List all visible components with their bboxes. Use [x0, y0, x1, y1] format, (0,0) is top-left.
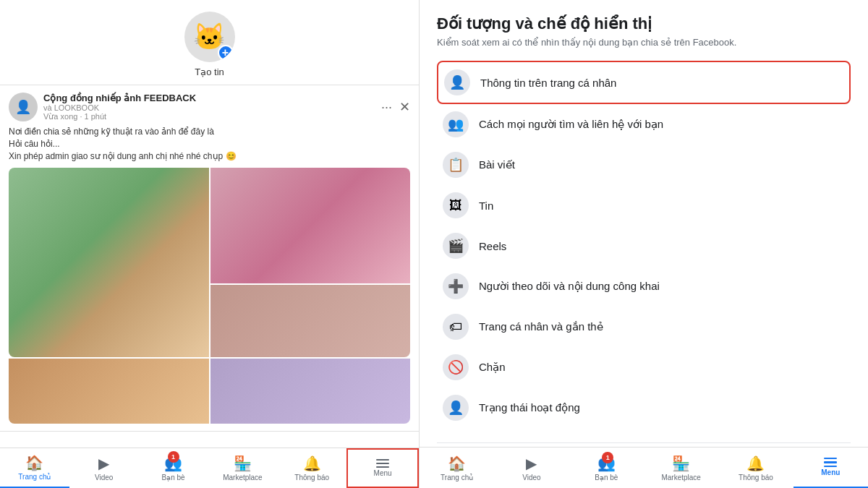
post-header: 👤 Cộng đồng nhiếp ảnh FEEDBACK và LOOKBO…: [9, 93, 410, 121]
post-more-button[interactable]: ···: [381, 100, 392, 115]
block-icon: 🚫: [443, 354, 469, 380]
right-nav-row: 🏠 Trang chủ ▶ Video 1 👥 Bạn bè 🏪 Marketp…: [420, 448, 868, 488]
home-icon: 🏠: [25, 454, 43, 471]
add-story-button[interactable]: +: [218, 45, 234, 61]
post-image-4: [9, 359, 209, 424]
menu-item-stories[interactable]: 🖼 Tin: [437, 185, 851, 226]
post-image-5: [210, 359, 411, 424]
friends-label: Bạn bè: [162, 474, 185, 481]
section-desc: Kiểm soát xem ai có thể nhìn thấy nội du…: [437, 36, 851, 49]
find-contact-icon: 👥: [443, 111, 469, 137]
right-bottom-nav: 🏠 Trang chủ ▶ Video 1 👥 Bạn bè 🏪 Marketp…: [420, 447, 868, 488]
menu-item-activity[interactable]: 👤 Trạng thái hoạt động: [437, 388, 851, 428]
video-label: Video: [95, 474, 113, 481]
right-marketplace-icon: 🏪: [672, 455, 690, 472]
right-menu-line-3: [824, 466, 837, 468]
post-card: 👤 Cộng đồng nhiếp ảnh FEEDBACK và LOOKBO…: [0, 85, 419, 432]
stories-label: Tin: [479, 200, 493, 212]
privacy-menu-list: 👤 Thông tin trên trang cá nhân 👥 Cách mọ…: [437, 61, 851, 428]
menu-item-profile-tag[interactable]: 🏷 Trang cá nhân và gắn thẻ: [437, 307, 851, 347]
post-sub-name: và LOOKBOOK: [43, 103, 196, 112]
video-icon: ▶: [98, 455, 109, 472]
marketplace-icon: 🏪: [234, 455, 252, 472]
right-nav-marketplace[interactable]: 🏪 Marketplace: [644, 448, 718, 488]
right-video-label: Video: [522, 474, 540, 481]
activity-label: Trạng thái hoạt động: [479, 401, 580, 414]
right-friends-badge: 1: [602, 452, 613, 463]
right-video-icon: ▶: [526, 455, 537, 472]
section-divider: [437, 442, 851, 443]
right-content: Đối tượng và chế độ hiển thị Kiểm soát x…: [420, 0, 868, 447]
post-image-3: [210, 285, 411, 357]
right-marketplace-label: Marketplace: [661, 474, 700, 481]
post-header-left: 👤 Cộng đồng nhiếp ảnh FEEDBACK và LOOKBO…: [9, 93, 196, 121]
right-menu-line-2: [824, 461, 837, 463]
posts-icon: 📋: [443, 152, 469, 178]
nav-item-home[interactable]: 🏠 Trang chủ: [0, 448, 69, 488]
reels-label: Reels: [479, 240, 506, 252]
posts-label: Bài viết: [479, 158, 515, 171]
post-group-name: Cộng đồng nhiếp ảnh FEEDBACK: [43, 93, 196, 103]
post-images-row2: [9, 359, 410, 424]
post-actions: ··· ✕: [381, 99, 410, 115]
followers-label: Người theo dõi và nội dung công khai: [479, 280, 660, 293]
nav-item-notifications[interactable]: 🔔 Thông báo: [277, 448, 346, 488]
followers-icon: ➕: [443, 273, 469, 299]
right-friends-label: Bạn bè: [595, 474, 618, 481]
nav-item-friends[interactable]: 1 👥 Bạn bè: [139, 448, 208, 488]
nav-item-video[interactable]: ▶ Video: [69, 448, 139, 488]
menu-label: Menu: [374, 469, 392, 477]
profile-tag-label: Trang cá nhân và gắn thẻ: [479, 320, 603, 333]
menu-icon: [376, 459, 389, 468]
nav-item-marketplace[interactable]: 🏪 Marketplace: [208, 448, 277, 488]
right-nav-video[interactable]: ▶ Video: [494, 448, 569, 488]
menu-item-block[interactable]: 🚫 Chặn: [437, 347, 851, 388]
post-time: Vừa xong · 1 phút: [43, 112, 196, 121]
right-menu-line-1: [824, 458, 837, 460]
right-menu-label: Menu: [821, 468, 840, 476]
menu-line-2: [376, 463, 389, 464]
profile-info-label: Thông tin trên trang cá nhân: [480, 77, 616, 89]
profile-tag-icon: 🏷: [443, 314, 469, 340]
right-notifications-label: Thông báo: [739, 474, 773, 481]
menu-line-3: [376, 466, 389, 468]
post-image-2: [210, 168, 411, 283]
right-nav-menu[interactable]: Menu: [793, 448, 868, 488]
post-avatar: 👤: [9, 93, 38, 121]
activity-icon: 👤: [443, 395, 469, 421]
nav-item-menu[interactable]: Menu: [346, 448, 419, 488]
post-close-button[interactable]: ✕: [399, 99, 410, 115]
menu-item-reels[interactable]: 🎬 Reels: [437, 226, 851, 266]
home-label: Trang chủ: [18, 473, 51, 481]
friends-badge: 1: [168, 451, 179, 463]
marketplace-label: Marketplace: [223, 474, 262, 481]
stories-icon: 🖼: [443, 192, 469, 218]
post-image-1: [9, 168, 209, 357]
notifications-label: Thông báo: [294, 474, 329, 481]
menu-item-followers[interactable]: ➕ Người theo dõi và nội dung công khai: [437, 266, 851, 307]
right-panel: Đối tượng và chế độ hiển thị Kiểm soát x…: [420, 0, 868, 488]
right-home-icon: 🏠: [448, 455, 466, 472]
menu-line-1: [376, 459, 389, 461]
right-notifications-icon: 🔔: [746, 455, 765, 472]
menu-item-posts[interactable]: 📋 Bài viết: [437, 145, 851, 185]
right-nav-friends[interactable]: 1 👥 Bạn bè: [569, 448, 644, 488]
post-meta: Cộng đồng nhiếp ảnh FEEDBACK và LOOKBOOK…: [43, 93, 196, 121]
right-nav-notifications[interactable]: 🔔 Thông báo: [718, 448, 793, 488]
post-images: [9, 168, 410, 357]
menu-item-find-contact[interactable]: 👥 Cách mọi người tìm và liên hệ với bạn: [437, 104, 851, 145]
avatar: 🐱 +: [184, 12, 235, 62]
profile-info-icon: 👤: [444, 69, 470, 95]
create-story-area: 🐱 + Tạo tin: [0, 0, 419, 85]
menu-item-profile-info[interactable]: 👤 Thông tin trên trang cá nhân: [437, 61, 851, 104]
find-contact-label: Cách mọi người tìm và liên hệ với bạn: [479, 118, 663, 131]
post-text: Nơi điền chia sẻ những kỹ thuật ra vào ả…: [9, 126, 410, 162]
right-menu-icon: [824, 458, 837, 468]
left-bottom-nav: 🏠 Trang chủ ▶ Video 1 👥 Bạn bè 🏪 Marketp…: [0, 448, 419, 488]
right-nav-home[interactable]: 🏠 Trang chủ: [420, 448, 494, 488]
reels-icon: 🎬: [443, 233, 469, 259]
right-home-label: Trang chủ: [441, 474, 473, 481]
left-spacer: [0, 432, 419, 448]
notifications-icon: 🔔: [303, 455, 321, 472]
section-title: Đối tượng và chế độ hiển thị: [437, 14, 851, 33]
